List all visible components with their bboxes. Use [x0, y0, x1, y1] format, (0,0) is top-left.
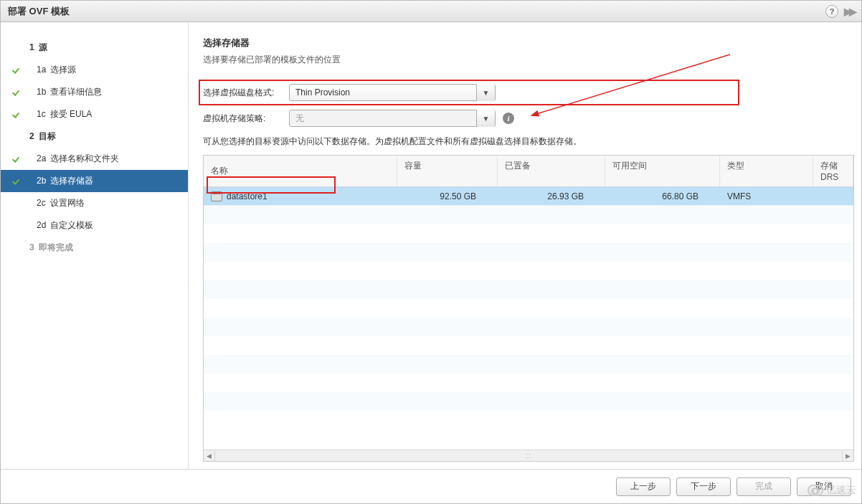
col-type[interactable]: 类型 — [720, 156, 813, 186]
col-provisioned[interactable]: 已置备 — [498, 156, 605, 186]
horizontal-scrollbar[interactable]: ◀ :: ▶ — [204, 450, 853, 461]
cancel-button[interactable]: 取消 — [797, 477, 851, 496]
table-row[interactable]: datastore1 92.50 GB 26.93 GB 66.80 GB VM… — [204, 187, 853, 206]
disk-format-value: Thin Provision — [290, 87, 476, 98]
scroll-right-icon[interactable]: ▶ — [842, 450, 853, 462]
step-1a-select-source[interactable]: 1a选择源 — [1, 59, 188, 81]
finish-button: 完成 — [737, 477, 791, 496]
chevron-down-icon: ▼ — [476, 110, 495, 127]
titlebar: 部署 OVF 模板 ? ▶▶ — [1, 1, 861, 22]
page-title: 选择存储器 — [203, 37, 854, 49]
grid-body[interactable]: datastore1 92.50 GB 26.93 GB 66.80 GB VM… — [204, 187, 853, 450]
storage-policy-label: 虚拟机存储策略: — [203, 113, 289, 125]
step-1c-accept-eula[interactable]: 1c接受 EULA — [1, 103, 188, 125]
disk-format-dropdown[interactable]: Thin Provision ▼ — [289, 84, 496, 101]
page-subtitle: 选择要存储已部署的模板文件的位置 — [203, 54, 854, 66]
step-1b-review-details[interactable]: 1b查看详细信息 — [1, 81, 188, 103]
wizard-sidebar: 1源 1a选择源 1b查看详细信息 1c接受 EULA 2目标 2a选择名称和文… — [1, 22, 189, 469]
grid-header: 名称 容量 已置备 可用空间 类型 存储 DRS — [204, 156, 853, 187]
step-3-ready: 3即将完成 — [1, 237, 188, 259]
main-panel: 选择存储器 选择要存储已部署的模板文件的位置 选择虚拟磁盘格式: Thin Pr… — [189, 22, 861, 469]
dialog-title: 部署 OVF 模板 — [8, 5, 70, 18]
next-button[interactable]: 下一步 — [676, 477, 731, 496]
col-drs[interactable]: 存储 DRS — [813, 156, 853, 186]
step-2b-select-storage[interactable]: 2b选择存储器 — [1, 170, 188, 192]
storage-policy-dropdown: 无 ▼ — [289, 110, 496, 127]
storage-policy-value: 无 — [290, 113, 476, 125]
datastore-icon — [211, 191, 222, 201]
cell-name: datastore1 — [227, 191, 267, 201]
step-1-source[interactable]: 1源 — [1, 37, 188, 59]
expand-icon[interactable]: ▶▶ — [844, 6, 854, 17]
storage-note: 可从您选择的目标资源中访问以下数据存储。为虚拟机配置文件和所有虚拟磁盘选择目标数… — [203, 135, 854, 148]
help-icon[interactable]: ? — [825, 5, 838, 18]
step-2d-customize-template[interactable]: 2d自定义模板 — [1, 214, 188, 237]
scroll-left-icon[interactable]: ◀ — [204, 450, 215, 462]
step-2a-name-folder[interactable]: 2a选择名称和文件夹 — [1, 148, 188, 170]
disk-format-label: 选择虚拟磁盘格式: — [203, 87, 289, 99]
info-icon[interactable]: i — [503, 113, 514, 124]
step-2c-setup-networks[interactable]: 2c设置网络 — [1, 192, 188, 214]
chevron-down-icon[interactable]: ▼ — [476, 84, 495, 101]
col-capacity[interactable]: 容量 — [397, 156, 498, 186]
dialog-footer: 上一步 下一步 完成 取消 — [1, 469, 861, 503]
form-row-storage-policy: 虚拟机存储策略: 无 ▼ i — [203, 110, 854, 127]
cell-provisioned: 26.93 GB — [498, 191, 605, 201]
back-button[interactable]: 上一步 — [616, 477, 671, 496]
cell-capacity: 92.50 GB — [397, 191, 498, 201]
deploy-ovf-dialog: 部署 OVF 模板 ? ▶▶ 1源 1a选择源 1b查看详细信息 1c接受 EU… — [0, 0, 862, 504]
col-free[interactable]: 可用空间 — [605, 156, 720, 186]
datastore-grid: 名称 容量 已置备 可用空间 类型 存储 DRS datastore1 92.5… — [203, 155, 854, 462]
cell-free: 66.80 GB — [605, 191, 720, 201]
col-name[interactable]: 名称 — [204, 156, 397, 186]
cell-type: VMFS — [720, 191, 813, 201]
form-row-disk-format: 选择虚拟磁盘格式: Thin Provision ▼ — [203, 84, 854, 101]
step-2-destination[interactable]: 2目标 — [1, 125, 188, 148]
